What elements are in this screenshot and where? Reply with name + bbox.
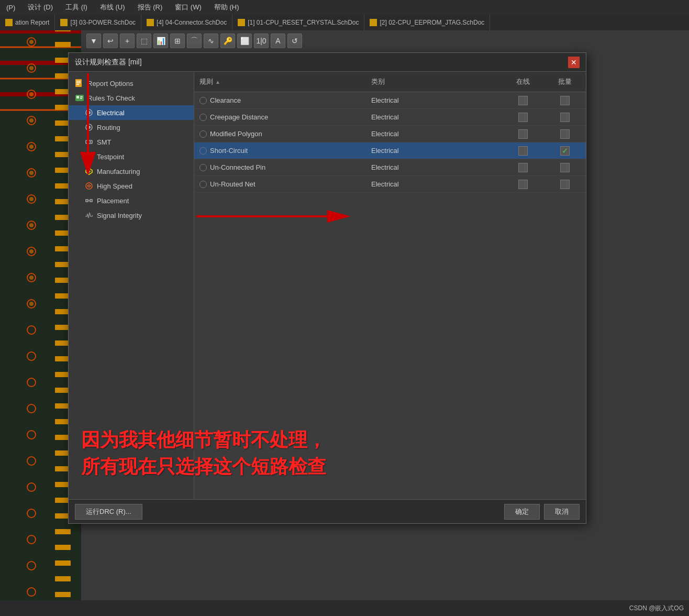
rules-to-check-label: Rules To Check <box>87 94 135 102</box>
toolbar-arc-btn[interactable]: ↺ <box>287 34 302 48</box>
tab-cpu-reset[interactable]: [1] 01-CPU_RESET_CRYSTAL.SchDoc <box>232 15 364 30</box>
checkbox-online-4[interactable] <box>518 163 528 172</box>
cell-batch-4[interactable] <box>544 161 586 174</box>
svg-rect-90 <box>86 140 92 144</box>
svg-point-67 <box>29 40 34 44</box>
checkbox-batch-4[interactable] <box>560 163 570 172</box>
tree-item-smt[interactable]: SMT <box>69 135 194 149</box>
cell-batch-5[interactable] <box>544 178 586 191</box>
checkbox-online-3[interactable] <box>518 146 528 156</box>
manufacturing-label: Manufacturing <box>97 168 140 175</box>
checkbox-batch-0[interactable] <box>560 96 570 105</box>
tree-item-high-speed[interactable]: High Speed <box>69 179 194 193</box>
toolbar-text-btn[interactable]: A <box>271 34 285 48</box>
tree-item-electrical[interactable]: Electrical <box>69 105 194 120</box>
col-category: 类别 <box>366 75 502 89</box>
cell-online-4[interactable] <box>502 161 544 174</box>
svg-rect-39 <box>55 529 71 534</box>
tab-power[interactable]: [3] 03-POWER.SchDoc <box>55 15 141 30</box>
menu-window[interactable]: 窗口 (W) <box>173 2 204 13</box>
row-icon-3 <box>199 147 207 155</box>
menu-tools[interactable]: 工具 (I) <box>63 2 90 13</box>
menu-help[interactable]: 帮助 (H) <box>212 2 241 13</box>
table-row[interactable]: Modified Polygon Electrical <box>194 126 586 142</box>
tab-cpu-eeprom[interactable]: [2] 02-CPU_EEPROM_JTAG.SchDoc <box>364 15 490 30</box>
tree-item-manufacturing[interactable]: Manufacturing <box>69 164 194 179</box>
menu-bar: (P) 设计 (D) 工具 (I) 布线 (U) 报告 (R) 窗口 (W) 帮… <box>0 0 689 15</box>
cell-batch-3[interactable]: ✓ <box>544 144 586 158</box>
toolbar-select-btn[interactable]: ⬚ <box>137 34 151 48</box>
checkbox-batch-3[interactable]: ✓ <box>560 146 570 156</box>
menu-route[interactable]: 布线 (U) <box>98 2 127 13</box>
row-icon-2 <box>199 130 207 138</box>
svg-rect-40 <box>55 545 71 550</box>
checkbox-online-5[interactable] <box>518 180 528 189</box>
tab-connector[interactable]: [4] 04-Connector.SchDoc <box>141 15 232 30</box>
toolbar-filter-btn[interactable]: ▼ <box>86 34 101 48</box>
checkbox-online-1[interactable] <box>518 113 528 122</box>
confirm-button[interactable]: 确定 <box>504 504 540 520</box>
table-row[interactable]: Un-Connected Pin Electrical <box>194 159 586 176</box>
cell-online-1[interactable] <box>502 111 544 124</box>
high-speed-label: High Speed <box>97 182 132 190</box>
table-row[interactable]: Un-Routed Net Electrical <box>194 176 586 193</box>
table-row[interactable]: Clearance Electrical <box>194 92 586 109</box>
cell-rule-1: Creepage Distance <box>194 111 366 123</box>
toolbar-shape-btn[interactable]: ⬜ <box>237 34 252 48</box>
run-drc-button[interactable]: 运行DRC (R)... <box>75 504 142 520</box>
toolbar-chart-btn[interactable]: 📊 <box>153 34 168 48</box>
cell-batch-1[interactable] <box>544 111 586 124</box>
svg-rect-83 <box>76 96 79 98</box>
svg-rect-43 <box>55 592 71 597</box>
cancel-button[interactable]: 取消 <box>544 504 580 520</box>
dialog-footer: 运行DRC (R)... 确定 取消 <box>69 499 586 523</box>
tree-item-placement[interactable]: Placement <box>69 193 194 208</box>
tree-item-report-options[interactable]: Report Options <box>69 76 194 91</box>
toolbar-key-btn[interactable]: 🔑 <box>220 34 235 48</box>
tree-item-rules-to-check[interactable]: Rules To Check <box>69 91 194 105</box>
routing-icon <box>84 123 94 132</box>
cell-category-2: Electrical <box>366 128 502 140</box>
tree-item-testpoint[interactable]: Testpoint <box>69 149 194 164</box>
menu-report[interactable]: 报告 (R) <box>136 2 165 13</box>
menu-design[interactable]: 设计 (D) <box>26 2 55 13</box>
toolbar-grid-btn[interactable]: ⊞ <box>170 34 185 48</box>
cell-batch-2[interactable] <box>544 127 586 141</box>
cell-online-0[interactable] <box>502 94 544 107</box>
smt-icon <box>84 137 94 147</box>
toolbar-num-btn[interactable]: 1|0 <box>254 34 269 48</box>
toolbar-wave-btn[interactable]: ∿ <box>204 34 218 48</box>
cell-online-3[interactable] <box>502 144 544 158</box>
table-row-short-circuit[interactable]: Short-Circuit Electrical ✓ <box>194 142 586 159</box>
cell-online-5[interactable] <box>502 178 544 191</box>
checkbox-online-0[interactable] <box>518 96 528 105</box>
status-bar: CSDN @嵌入式OG <box>0 600 689 616</box>
checkbox-batch-5[interactable] <box>560 180 570 189</box>
tree-item-signal-integrity[interactable]: Signal Integrity <box>69 208 194 223</box>
svg-point-72 <box>29 171 34 175</box>
toolbar-curve-btn[interactable]: ⌒ <box>187 34 202 48</box>
placement-icon <box>84 196 94 205</box>
svg-rect-8 <box>55 42 71 47</box>
tab-annotation-report[interactable]: ation Report <box>0 15 55 30</box>
table-row[interactable]: Creepage Distance Electrical <box>194 109 586 126</box>
testpoint-label: Testpoint <box>97 153 124 161</box>
cell-online-2[interactable] <box>502 127 544 141</box>
row-icon-1 <box>199 114 207 121</box>
cell-batch-0[interactable] <box>544 94 586 107</box>
toolbar-back-btn[interactable]: ↩ <box>103 34 118 48</box>
svg-rect-42 <box>55 576 71 581</box>
toolbar-add-btn[interactable]: + <box>120 34 135 48</box>
checkbox-batch-1[interactable] <box>560 113 570 122</box>
cell-rule-3: Short-Circuit <box>194 145 366 157</box>
checkbox-online-2[interactable] <box>518 129 528 139</box>
menu-p[interactable]: (P) <box>4 3 17 13</box>
cell-rule-5: Un-Routed Net <box>194 178 366 190</box>
tree-item-routing[interactable]: Routing <box>69 120 194 135</box>
col-rule[interactable]: 规则 ▲ <box>194 75 366 89</box>
dialog-close-button[interactable]: ✕ <box>568 57 580 68</box>
svg-point-76 <box>29 276 34 280</box>
status-right: CSDN @嵌入式OG <box>629 604 684 613</box>
table-header: 规则 ▲ 类别 在线 批量 <box>194 72 586 92</box>
checkbox-batch-2[interactable] <box>560 129 570 139</box>
